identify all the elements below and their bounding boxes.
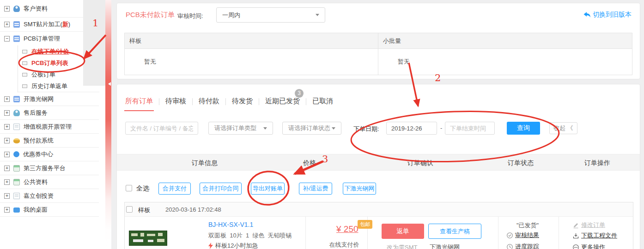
- tab-recently-shipped[interactable]: 近期已发货: [265, 97, 300, 107]
- tab-divider: [225, 98, 226, 105]
- pencil-icon: [573, 222, 579, 228]
- expand-plus-icon[interactable]: [4, 152, 10, 157]
- order-type: 样板: [138, 206, 150, 214]
- pcb-thumbnail[interactable]: [129, 231, 167, 246]
- order-price[interactable]: ¥ 250: [336, 224, 358, 234]
- date-range-dash: -: [440, 125, 442, 131]
- shipped-count-badge: 3: [295, 89, 304, 98]
- order-row-body: BJ-HX-SX-V1.1 双面板 10片 1 绿色 无铅喷锡 样板12小时加急…: [125, 217, 633, 249]
- edit-order-link[interactable]: 修改订单: [573, 221, 605, 229]
- export-statement-button[interactable]: 导出对账单: [251, 183, 285, 195]
- sidebar-item-label: 在线下单/计价: [31, 47, 69, 56]
- pcb-icon: [13, 36, 20, 42]
- sidebar-item-label: 预付款系统: [24, 136, 54, 145]
- clock-icon: [507, 244, 513, 249]
- expand-plus-icon[interactable]: [4, 193, 10, 199]
- merge-print-contract-button[interactable]: 合并打印合同: [200, 183, 242, 195]
- list-icon: [22, 84, 27, 88]
- sidebar-item-stencil[interactable]: 开激光钢网: [0, 92, 99, 106]
- sidebar-item-smt[interactable]: SMT贴片加工(新): [0, 18, 99, 32]
- order-date-start-input[interactable]: [386, 122, 437, 135]
- sidebar-item-label: 优惠券中心: [23, 150, 53, 159]
- coins-icon: [13, 138, 20, 143]
- refund-shipping-button[interactable]: 补/退运费: [299, 183, 332, 195]
- expand-plus-icon[interactable]: [4, 22, 10, 27]
- sidebar-item-label: 我的桌面: [24, 206, 48, 214]
- order-date-end-input[interactable]: [445, 122, 495, 135]
- expand-plus-icon[interactable]: [4, 124, 10, 130]
- sidebar-item-label: PCB订单列表: [31, 59, 68, 67]
- keyword-search-input[interactable]: [125, 122, 198, 135]
- order-checkbox[interactable]: [126, 206, 133, 213]
- sidebar-item-jlc-invest[interactable]: 嘉立创投资: [0, 189, 99, 203]
- sidebar-item-label: SMT贴片加工(新): [24, 20, 70, 29]
- column-divider: [559, 217, 559, 249]
- sidebar-item-third-party[interactable]: 第三方服务平台: [0, 161, 99, 175]
- expand-plus-icon[interactable]: [4, 179, 10, 185]
- sidebar-item-public-resources[interactable]: 公共资料: [0, 175, 99, 189]
- progress-tracking-link[interactable]: 进度跟踪: [507, 243, 539, 249]
- column-order-confirm: 订单确认: [407, 154, 433, 171]
- tab-divider: [192, 98, 193, 105]
- merge-pay-button[interactable]: 合并支付: [158, 183, 191, 195]
- list-icon: [22, 50, 27, 53]
- select-placeholder: 请选择订单类型: [214, 124, 256, 132]
- small-batch-empty-text: 暂无: [378, 49, 632, 75]
- order-row-header: 样板 2020-03-16 17:02:48: [125, 202, 633, 217]
- sidebar-item-customer-info[interactable]: 客户资料: [0, 0, 99, 18]
- sidebar: 客户资料 SMT贴片加工(新) PCB订单管理 在线下单/计价 PCB订单列表 …: [0, 0, 105, 249]
- sidebar-item-label: 公共资料: [24, 178, 48, 186]
- smt-icon: [13, 21, 20, 28]
- expand-plus-icon[interactable]: [4, 96, 10, 102]
- order-status-select[interactable]: 请选择订单状态: [282, 122, 341, 135]
- review-result-link[interactable]: 审核结果: [507, 231, 539, 239]
- tab-pending-review[interactable]: 待审核: [165, 97, 186, 107]
- expand-plus-icon[interactable]: [4, 110, 10, 116]
- sidebar-item-after-sales[interactable]: 售后服务: [0, 106, 99, 120]
- sidebar-item-prepay[interactable]: 预付款系统: [0, 134, 99, 148]
- sidebar-item-my-desktop[interactable]: 我的桌面: [0, 203, 99, 217]
- search-button[interactable]: 查询: [507, 122, 540, 135]
- select-all-checkbox[interactable]: [126, 185, 132, 191]
- order-type-select[interactable]: 请选择订单类型: [208, 122, 273, 135]
- expand-plus-icon[interactable]: [4, 138, 10, 143]
- batch-actions-row: 全选 合并支付 合并打印合同 导出对账单 补/退运费 下激光钢网: [117, 183, 640, 195]
- download-gerber-link[interactable]: 下载工程文件: [573, 231, 617, 240]
- collapse-filters-button[interactable]: 收起 《: [549, 122, 577, 134]
- reorder-button[interactable]: 返单: [382, 224, 424, 239]
- review-time-select[interactable]: 一周内: [216, 7, 325, 23]
- order-columns-header: 订单信息 价格 订单确认 订单状态 订单操作: [117, 154, 640, 171]
- tab-all-orders[interactable]: 所有订单: [125, 97, 153, 107]
- sidebar-item-pcb-order-mgmt[interactable]: PCB订单管理: [0, 32, 105, 46]
- tab-pending-shipment[interactable]: 待发货: [232, 97, 253, 107]
- sidebar-collapse-handle[interactable]: [105, 0, 111, 249]
- switch-old-version-link[interactable]: 切换到旧版本: [583, 11, 632, 19]
- view-production-draft-button[interactable]: 查看生产稿: [428, 224, 481, 239]
- expand-plus-icon[interactable]: [4, 166, 10, 171]
- expand-plus-icon[interactable]: [4, 6, 10, 12]
- lightning-icon: [208, 243, 213, 249]
- review-time-label: 审核时间:: [177, 12, 203, 20]
- change-to-smt-link[interactable]: 改为需SMT: [387, 243, 417, 249]
- order-specs: 双面板 10片 1 绿色 无铅喷锡: [208, 231, 292, 240]
- order-stencil-button[interactable]: 下激光钢网: [343, 183, 376, 195]
- sidebar-item-label: 开激光钢网: [24, 95, 54, 103]
- chevron-down-icon: [316, 14, 319, 18]
- sidebar-item-vat-invoice[interactable]: 增值税票开票管理: [0, 120, 99, 134]
- column-price: 价格: [303, 154, 316, 171]
- tab-pending-payment[interactable]: 待付款: [199, 97, 219, 107]
- unpaid-summary-table: 样板 小批量 暂无 暂无: [124, 33, 632, 75]
- collapse-minus-icon[interactable]: [4, 36, 10, 42]
- column-header-small-batch: 小批量: [378, 33, 632, 48]
- column-header-sample: 样板: [125, 33, 378, 48]
- expand-plus-icon[interactable]: [4, 207, 10, 213]
- download-icon: [573, 233, 579, 239]
- order-stencil-link[interactable]: 下激光钢网: [430, 243, 460, 249]
- order-name-link[interactable]: BJ-HX-SX-V1.1: [208, 221, 253, 228]
- sample-empty-text: 暂无: [125, 49, 378, 75]
- sidebar-item-coupon[interactable]: 优惠券中心: [0, 148, 99, 161]
- sidebar-item-label: 第三方服务平台: [24, 164, 66, 172]
- tab-cancelled[interactable]: 已取消: [312, 97, 333, 107]
- sidebar-item-label: 嘉立创投资: [24, 192, 54, 200]
- more-actions-link[interactable]: 更多操作: [573, 243, 605, 249]
